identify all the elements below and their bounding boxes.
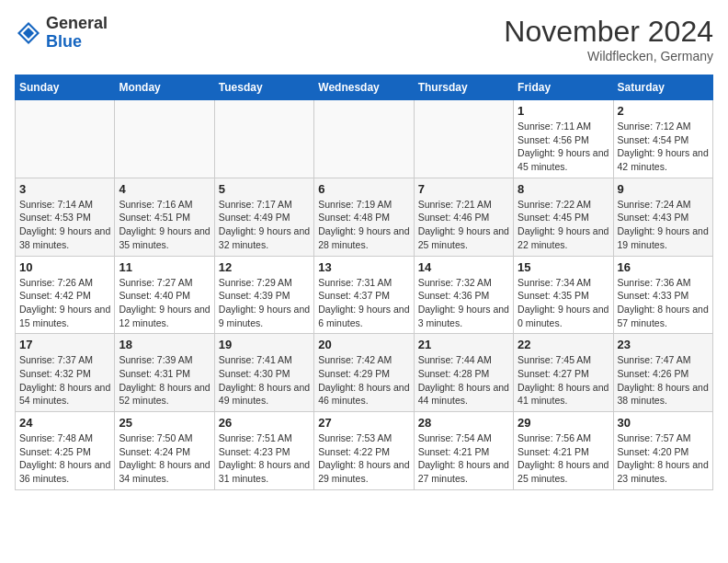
calendar-cell: 10Sunrise: 7:26 AM Sunset: 4:42 PM Dayli… (16, 256, 115, 334)
calendar-header-thursday: Thursday (414, 75, 513, 100)
day-number: 24 (19, 416, 110, 430)
day-number: 21 (418, 338, 509, 351)
day-number: 17 (19, 338, 110, 351)
day-number: 13 (318, 260, 409, 274)
calendar-cell: 11Sunrise: 7:27 AM Sunset: 4:40 PM Dayli… (115, 256, 214, 334)
calendar-cell: 22Sunrise: 7:45 AM Sunset: 4:27 PM Dayli… (514, 334, 613, 412)
calendar-cell: 1Sunrise: 7:11 AM Sunset: 4:56 PM Daylig… (514, 100, 613, 178)
calendar-cell: 20Sunrise: 7:42 AM Sunset: 4:29 PM Dayli… (314, 334, 414, 412)
day-info: Sunrise: 7:26 AM Sunset: 4:42 PM Dayligh… (19, 276, 110, 330)
calendar-table: SundayMondayTuesdayWednesdayThursdayFrid… (15, 75, 713, 490)
logo-blue: Blue (46, 32, 82, 51)
day-number: 4 (119, 182, 210, 196)
day-number: 10 (19, 260, 110, 274)
calendar-cell: 17Sunrise: 7:37 AM Sunset: 4:32 PM Dayli… (16, 334, 115, 412)
day-info: Sunrise: 7:54 AM Sunset: 4:21 PM Dayligh… (418, 431, 509, 486)
day-number: 5 (219, 182, 310, 196)
day-number: 3 (19, 182, 110, 196)
calendar-cell: 8Sunrise: 7:22 AM Sunset: 4:45 PM Daylig… (514, 178, 613, 256)
day-number: 16 (618, 260, 709, 274)
day-info: Sunrise: 7:47 AM Sunset: 4:26 PM Dayligh… (618, 353, 709, 408)
day-info: Sunrise: 7:29 AM Sunset: 4:39 PM Dayligh… (219, 276, 310, 330)
calendar-cell: 9Sunrise: 7:24 AM Sunset: 4:43 PM Daylig… (613, 178, 712, 256)
calendar-header-sunday: Sunday (16, 75, 115, 100)
day-number: 28 (418, 416, 509, 430)
header: General Blue November 2024 Wildflecken, … (15, 15, 713, 63)
day-info: Sunrise: 7:34 AM Sunset: 4:35 PM Dayligh… (518, 276, 609, 330)
calendar-cell (414, 100, 513, 178)
logo-text: General Blue (46, 15, 108, 52)
calendar-header-row: SundayMondayTuesdayWednesdayThursdayFrid… (16, 75, 713, 100)
day-info: Sunrise: 7:12 AM Sunset: 4:54 PM Dayligh… (618, 120, 709, 174)
calendar-week-3: 10Sunrise: 7:26 AM Sunset: 4:42 PM Dayli… (16, 256, 713, 334)
day-number: 1 (518, 104, 609, 118)
calendar-cell: 12Sunrise: 7:29 AM Sunset: 4:39 PM Dayli… (214, 256, 313, 334)
day-number: 15 (518, 260, 609, 274)
day-info: Sunrise: 7:45 AM Sunset: 4:27 PM Dayligh… (518, 353, 609, 408)
calendar-cell (16, 100, 115, 178)
day-number: 12 (219, 260, 310, 274)
day-number: 26 (219, 416, 310, 430)
day-info: Sunrise: 7:16 AM Sunset: 4:51 PM Dayligh… (119, 198, 210, 252)
calendar-cell: 7Sunrise: 7:21 AM Sunset: 4:46 PM Daylig… (414, 178, 513, 256)
day-number: 22 (518, 338, 609, 351)
calendar-cell: 23Sunrise: 7:47 AM Sunset: 4:26 PM Dayli… (613, 334, 712, 412)
day-info: Sunrise: 7:32 AM Sunset: 4:36 PM Dayligh… (418, 276, 509, 330)
day-info: Sunrise: 7:51 AM Sunset: 4:23 PM Dayligh… (219, 431, 310, 486)
calendar-cell: 13Sunrise: 7:31 AM Sunset: 4:37 PM Dayli… (314, 256, 414, 334)
day-info: Sunrise: 7:56 AM Sunset: 4:21 PM Dayligh… (518, 431, 609, 486)
calendar-cell (314, 100, 414, 178)
day-number: 2 (618, 104, 709, 118)
calendar-cell: 24Sunrise: 7:48 AM Sunset: 4:25 PM Dayli… (16, 412, 115, 490)
day-info: Sunrise: 7:31 AM Sunset: 4:37 PM Dayligh… (318, 276, 409, 330)
day-info: Sunrise: 7:11 AM Sunset: 4:56 PM Dayligh… (518, 120, 609, 174)
day-number: 11 (119, 260, 210, 274)
calendar-cell: 27Sunrise: 7:53 AM Sunset: 4:22 PM Dayli… (314, 412, 414, 490)
day-info: Sunrise: 7:57 AM Sunset: 4:20 PM Dayligh… (618, 431, 709, 486)
logo-icon (15, 19, 42, 47)
day-info: Sunrise: 7:19 AM Sunset: 4:48 PM Dayligh… (318, 198, 409, 252)
calendar-header-tuesday: Tuesday (214, 75, 313, 100)
calendar-cell (115, 100, 214, 178)
logo: General Blue (15, 15, 108, 52)
day-info: Sunrise: 7:44 AM Sunset: 4:28 PM Dayligh… (418, 353, 509, 408)
calendar-cell: 21Sunrise: 7:44 AM Sunset: 4:28 PM Dayli… (414, 334, 513, 412)
day-info: Sunrise: 7:22 AM Sunset: 4:45 PM Dayligh… (518, 198, 609, 252)
calendar-cell: 4Sunrise: 7:16 AM Sunset: 4:51 PM Daylig… (115, 178, 214, 256)
day-info: Sunrise: 7:17 AM Sunset: 4:49 PM Dayligh… (219, 198, 310, 252)
calendar-cell: 19Sunrise: 7:41 AM Sunset: 4:30 PM Dayli… (214, 334, 313, 412)
day-number: 6 (318, 182, 409, 196)
calendar-week-1: 1Sunrise: 7:11 AM Sunset: 4:56 PM Daylig… (16, 100, 713, 178)
day-number: 9 (618, 182, 709, 196)
day-number: 25 (119, 416, 210, 430)
calendar-header-monday: Monday (115, 75, 214, 100)
day-number: 29 (518, 416, 609, 430)
day-info: Sunrise: 7:27 AM Sunset: 4:40 PM Dayligh… (119, 276, 210, 330)
calendar-cell: 29Sunrise: 7:56 AM Sunset: 4:21 PM Dayli… (514, 412, 613, 490)
day-number: 18 (119, 338, 210, 351)
day-number: 20 (318, 338, 409, 351)
day-info: Sunrise: 7:37 AM Sunset: 4:32 PM Dayligh… (19, 353, 110, 408)
calendar-header-friday: Friday (514, 75, 613, 100)
day-number: 14 (418, 260, 509, 274)
day-info: Sunrise: 7:14 AM Sunset: 4:53 PM Dayligh… (19, 198, 110, 252)
logo-general: General (46, 14, 108, 32)
day-info: Sunrise: 7:42 AM Sunset: 4:29 PM Dayligh… (318, 353, 409, 408)
calendar-cell: 26Sunrise: 7:51 AM Sunset: 4:23 PM Dayli… (214, 412, 313, 490)
day-info: Sunrise: 7:53 AM Sunset: 4:22 PM Dayligh… (318, 431, 409, 486)
location: Wildflecken, Germany (504, 49, 713, 63)
day-number: 30 (618, 416, 709, 430)
day-info: Sunrise: 7:36 AM Sunset: 4:33 PM Dayligh… (618, 276, 709, 330)
day-number: 19 (219, 338, 310, 351)
title-section: November 2024 Wildflecken, Germany (504, 15, 713, 63)
day-number: 27 (318, 416, 409, 430)
calendar-week-2: 3Sunrise: 7:14 AM Sunset: 4:53 PM Daylig… (16, 178, 713, 256)
calendar-cell: 14Sunrise: 7:32 AM Sunset: 4:36 PM Dayli… (414, 256, 513, 334)
calendar-cell: 5Sunrise: 7:17 AM Sunset: 4:49 PM Daylig… (214, 178, 313, 256)
day-info: Sunrise: 7:48 AM Sunset: 4:25 PM Dayligh… (19, 431, 110, 486)
day-info: Sunrise: 7:21 AM Sunset: 4:46 PM Dayligh… (418, 198, 509, 252)
calendar-cell: 15Sunrise: 7:34 AM Sunset: 4:35 PM Dayli… (514, 256, 613, 334)
day-info: Sunrise: 7:50 AM Sunset: 4:24 PM Dayligh… (119, 431, 210, 486)
calendar-week-4: 17Sunrise: 7:37 AM Sunset: 4:32 PM Dayli… (16, 334, 713, 412)
calendar-cell: 2Sunrise: 7:12 AM Sunset: 4:54 PM Daylig… (613, 100, 712, 178)
